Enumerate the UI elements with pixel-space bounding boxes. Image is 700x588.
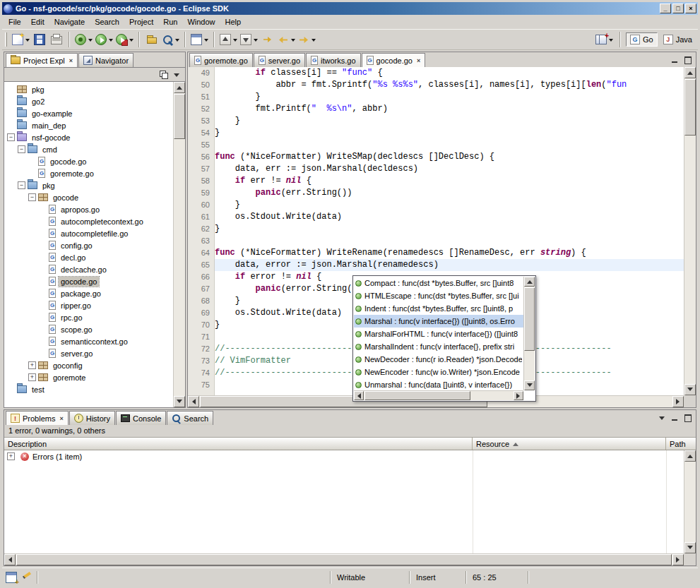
- code-line[interactable]: 50 abbr = fmt.Sprintf("%s %s%s", classes…: [188, 79, 684, 91]
- print-button[interactable]: [48, 31, 65, 48]
- tree-item[interactable]: −nsf-gocode: [4, 131, 173, 143]
- tree-item[interactable]: Ggocode.go: [4, 155, 173, 167]
- dropdown-arrow-icon[interactable]: [233, 39, 237, 44]
- scroll-left-icon[interactable]: [189, 399, 196, 404]
- editor-tab-goremote-go[interactable]: Ggoremote.go: [189, 53, 253, 67]
- scroll-up-icon[interactable]: [177, 83, 182, 90]
- collapse-all-button[interactable]: [158, 69, 169, 80]
- open-perspective-button[interactable]: [594, 31, 615, 48]
- minimize-button[interactable]: _: [660, 4, 671, 13]
- code-line[interactable]: 55: [188, 139, 684, 151]
- scroll-right-icon[interactable]: [676, 557, 682, 563]
- code-line[interactable]: 65 data, error := json.Marshal(renamedes…: [188, 259, 684, 271]
- maximize-view-button[interactable]: [682, 412, 693, 423]
- maximize-button[interactable]: □: [672, 4, 684, 13]
- view-tab-project-expl[interactable]: Project Expl×: [6, 53, 78, 67]
- scroll-left-icon[interactable]: [6, 557, 12, 563]
- code-line[interactable]: 62}: [188, 223, 684, 235]
- dropdown-arrow-icon[interactable]: [25, 39, 30, 44]
- dropdown-arrow-icon[interactable]: [129, 39, 134, 44]
- tree-expander-icon[interactable]: −: [28, 193, 36, 201]
- scroll-thumb[interactable]: [16, 554, 672, 565]
- column-resource[interactable]: Resource: [473, 438, 666, 450]
- menu-edit[interactable]: Edit: [26, 16, 49, 28]
- autocomplete-item[interactable]: HTMLEscape : func(dst *bytes.Buffer, src…: [354, 289, 523, 302]
- scroll-right-icon[interactable]: [676, 399, 682, 404]
- dropdown-arrow-icon[interactable]: [312, 39, 316, 44]
- code-line[interactable]: 52 fmt.Printf(" %s\n", abbr): [188, 103, 684, 115]
- dropdown-arrow-icon[interactable]: [609, 39, 613, 44]
- tree-expander-icon[interactable]: −: [18, 181, 25, 189]
- editor-tab-itworks-go[interactable]: Gitworks.go: [306, 53, 361, 67]
- autocomplete-item[interactable]: Compact : func(dst *bytes.Buffer, src []…: [354, 277, 523, 289]
- scroll-down-icon[interactable]: [527, 383, 533, 390]
- scroll-up-icon[interactable]: [687, 68, 693, 75]
- forward-button[interactable]: [297, 31, 317, 48]
- tree-item[interactable]: Gautocompletecontext.go: [4, 215, 173, 227]
- code-line[interactable]: 57 data, err := json.Marshal(decldescs): [188, 163, 684, 175]
- menu-help[interactable]: Help: [220, 16, 247, 28]
- code-line[interactable]: 64func (*NiceFormatter) WriteRename(rena…: [188, 247, 684, 259]
- tree-item[interactable]: Gapropos.go: [4, 203, 173, 215]
- view-tab-problems[interactable]: Problems×: [6, 411, 69, 425]
- editor-tab-server-go[interactable]: Gserver.go: [254, 53, 305, 67]
- previous-annotation-button[interactable]: [218, 31, 239, 48]
- tree-item[interactable]: Gconfig.go: [4, 239, 173, 251]
- scroll-down-icon[interactable]: [177, 400, 182, 406]
- next-annotation-button[interactable]: [239, 31, 259, 48]
- scroll-thumb[interactable]: [364, 391, 470, 400]
- save-button[interactable]: [31, 31, 48, 48]
- dropdown-arrow-icon[interactable]: [204, 39, 208, 44]
- view-tab-navigator[interactable]: Navigator: [78, 53, 134, 67]
- menu-navigate[interactable]: Navigate: [49, 16, 90, 28]
- dropdown-arrow-icon[interactable]: [175, 39, 179, 44]
- editor-tab-gocode-go[interactable]: Ggocode.go×: [362, 53, 426, 67]
- tree-item[interactable]: go2: [4, 95, 173, 107]
- autocomplete-item[interactable]: MarshalForHTML : func(v interface{}) ([]…: [354, 328, 523, 340]
- last-edit-location-button[interactable]: [259, 31, 276, 48]
- code-line[interactable]: 60 }: [188, 199, 684, 211]
- run-button[interactable]: [94, 31, 114, 48]
- new-button[interactable]: [11, 31, 31, 48]
- autocomplete-item[interactable]: MarshalIndent : func(v interface{}, pref…: [354, 340, 523, 353]
- tree-expander-icon[interactable]: +: [7, 452, 15, 460]
- tree-item[interactable]: pkg: [4, 83, 173, 95]
- tree-item[interactable]: Gdecl.go: [4, 251, 173, 263]
- code-line[interactable]: 61 os.Stdout.Write(data): [188, 211, 684, 223]
- code-line[interactable]: 56func (*NiceFormatter) WriteSMap(declde…: [188, 151, 684, 163]
- debug-button[interactable]: [73, 31, 94, 48]
- open-type-button[interactable]: [189, 31, 210, 48]
- dropdown-arrow-icon[interactable]: [88, 39, 93, 44]
- tree-item[interactable]: Gsemanticcontext.go: [4, 335, 173, 347]
- tree-expander-icon[interactable]: −: [7, 133, 15, 141]
- autocomplete-item[interactable]: Indent : func(dst *bytes.Buffer, src []u…: [354, 302, 523, 315]
- popup-scrollbar[interactable]: [523, 277, 535, 390]
- tree-expander-icon[interactable]: +: [28, 373, 36, 381]
- menu-run[interactable]: Run: [158, 16, 182, 28]
- view-tab-history[interactable]: History: [69, 411, 115, 425]
- code-line[interactable]: 63: [188, 235, 684, 247]
- code-line[interactable]: 59 panic(err.String()): [188, 187, 684, 199]
- tree-item[interactable]: go-example: [4, 107, 173, 119]
- menu-file[interactable]: File: [4, 16, 26, 28]
- menu-search[interactable]: Search: [90, 16, 124, 28]
- dropdown-arrow-icon[interactable]: [291, 39, 295, 44]
- dropdown-arrow-icon[interactable]: [254, 39, 258, 44]
- tree-item[interactable]: Gdeclcache.go: [4, 263, 173, 275]
- tree-item[interactable]: −cmd: [4, 143, 173, 155]
- tab-close-icon[interactable]: ×: [58, 415, 63, 422]
- popup-hscrollbar[interactable]: [354, 390, 523, 400]
- scroll-down-icon[interactable]: [687, 546, 693, 552]
- close-button[interactable]: ×: [685, 4, 696, 13]
- menu-project[interactable]: Project: [124, 16, 158, 28]
- autocomplete-item[interactable]: NewEncoder : func(w io.Writer) *json.Enc…: [354, 366, 523, 378]
- tree-item[interactable]: Ggoremote.go: [4, 167, 173, 179]
- view-tab-search[interactable]: Search: [167, 411, 213, 425]
- code-line[interactable]: 54}: [188, 127, 684, 139]
- tree-item[interactable]: Gripper.go: [4, 299, 173, 311]
- back-button[interactable]: [276, 31, 297, 48]
- view-menu-button[interactable]: [657, 412, 668, 423]
- perspective-java-button[interactable]: Java: [659, 32, 696, 47]
- column-path[interactable]: Path: [666, 438, 696, 450]
- problems-row[interactable]: + Errors (1 item): [4, 450, 696, 462]
